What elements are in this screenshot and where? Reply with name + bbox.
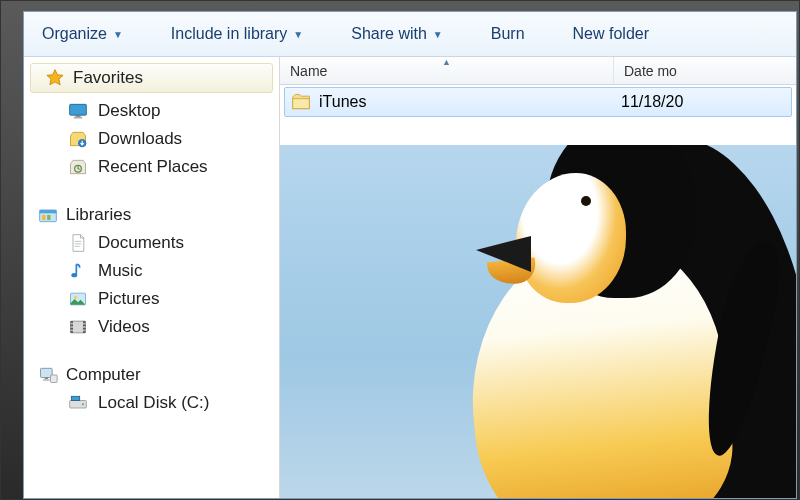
window-frame: Organize ▼ Include in library ▼ Share wi… [0,0,800,500]
folder-icon [291,92,311,112]
svg-rect-1 [76,115,81,117]
svg-rect-19 [83,326,86,328]
recent-places-icon [68,157,88,177]
burn-label: Burn [491,25,525,43]
newfolder-label: New folder [573,25,649,43]
explorer-window: Organize ▼ Include in library ▼ Share wi… [23,11,797,499]
body: Favorites Desktop Downloads [24,57,796,498]
computer-icon [38,365,58,385]
navigation-pane: Favorites Desktop Downloads [24,57,280,498]
penguin-image [446,145,796,498]
computer-label: Computer [66,365,141,385]
sidebar-item-downloads[interactable]: Downloads [24,125,279,153]
chevron-down-icon: ▼ [293,29,303,40]
column-name[interactable]: Name ▲ [280,57,614,84]
command-bar: Organize ▼ Include in library ▼ Share wi… [24,12,796,57]
share-label: Share with [351,25,427,43]
file-date: 11/18/20 [611,93,791,111]
drive-icon [68,393,88,413]
svg-rect-22 [45,378,48,380]
svg-rect-27 [71,396,79,400]
sidebar-item-label: Pictures [98,289,159,309]
content-pane: Name ▲ Date mo iTunes [280,57,796,498]
libraries-label: Libraries [66,205,131,225]
share-with-menu[interactable]: Share with ▼ [351,25,443,43]
sidebar-item-documents[interactable]: Documents [24,229,279,257]
column-date-label: Date mo [624,63,677,79]
sidebar-item-label: Music [98,261,142,281]
svg-point-26 [82,403,84,405]
column-headers: Name ▲ Date mo [280,57,796,85]
svg-rect-24 [51,375,58,383]
file-name: iTunes [319,93,366,111]
sidebar-item-desktop[interactable]: Desktop [24,97,279,125]
svg-point-9 [71,273,77,277]
sidebar-item-label: Desktop [98,101,160,121]
organize-label: Organize [42,25,107,43]
column-date-modified[interactable]: Date mo [614,57,796,84]
sidebar-item-music[interactable]: Music [24,257,279,285]
chevron-down-icon: ▼ [113,29,123,40]
file-list: iTunes 11/18/20 [280,85,796,498]
sidebar-item-pictures[interactable]: Pictures [24,285,279,313]
favorites-label: Favorites [73,68,143,88]
music-icon [68,261,88,281]
sort-ascending-icon: ▲ [442,57,451,67]
column-name-label: Name [290,63,327,79]
svg-rect-18 [83,323,86,325]
libraries-header[interactable]: Libraries [24,201,279,229]
svg-rect-6 [40,210,57,213]
preview-pane [280,145,796,498]
computer-header[interactable]: Computer [24,361,279,389]
chevron-down-icon: ▼ [433,29,443,40]
svg-rect-15 [71,323,74,325]
sidebar-item-label: Videos [98,317,150,337]
videos-icon [68,317,88,337]
sidebar-item-videos[interactable]: Videos [24,313,279,341]
sidebar-item-recent-places[interactable]: Recent Places [24,153,279,181]
include-in-library-menu[interactable]: Include in library ▼ [171,25,303,43]
svg-rect-0 [70,104,87,115]
pictures-icon [68,289,88,309]
sidebar-item-label: Downloads [98,129,182,149]
desktop-icon [68,101,88,121]
new-folder-button[interactable]: New folder [573,25,649,43]
sidebar-item-label: Recent Places [98,157,208,177]
favorites-header[interactable]: Favorites [30,63,273,93]
organize-menu[interactable]: Organize ▼ [42,25,123,43]
svg-rect-8 [47,215,50,220]
svg-rect-16 [71,326,74,328]
downloads-icon [68,129,88,149]
sidebar-item-label: Local Disk (C:) [98,393,209,413]
sidebar-item-label: Documents [98,233,184,253]
svg-rect-7 [42,215,45,220]
documents-icon [68,233,88,253]
svg-rect-20 [83,330,86,332]
sidebar-item-local-disk-c[interactable]: Local Disk (C:) [24,389,279,417]
svg-rect-2 [74,117,82,119]
svg-rect-23 [43,379,50,381]
include-label: Include in library [171,25,288,43]
list-item[interactable]: iTunes 11/18/20 [284,87,792,117]
star-icon [45,68,65,88]
svg-point-11 [74,296,77,299]
svg-rect-17 [71,330,74,332]
libraries-icon [38,205,58,225]
burn-button[interactable]: Burn [491,25,525,43]
